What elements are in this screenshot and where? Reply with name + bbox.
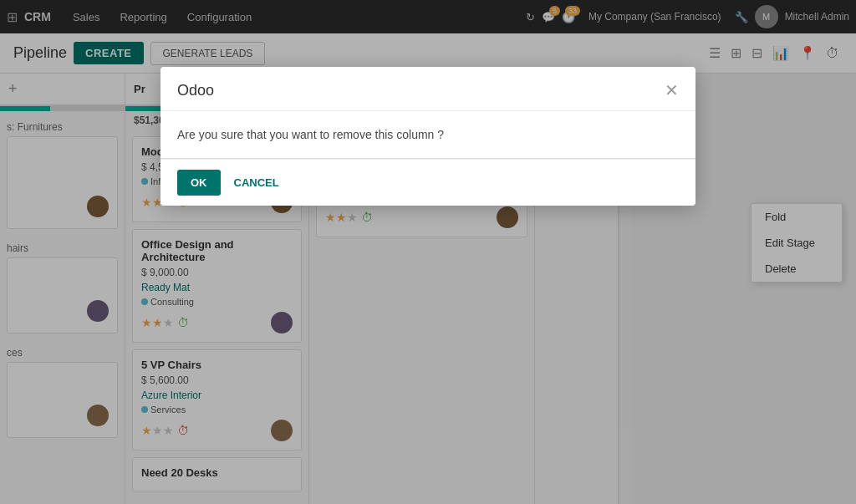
dialog-header: Odoo ✕ xyxy=(160,67,696,111)
dialog-message: Are you sure that you want to remove thi… xyxy=(177,128,679,141)
dialog-body: Are you sure that you want to remove thi… xyxy=(160,111,696,158)
dialog: Odoo ✕ Are you sure that you want to rem… xyxy=(160,67,696,206)
cancel-button[interactable]: CANCEL xyxy=(227,170,286,196)
ok-button[interactable]: OK xyxy=(177,170,221,196)
dialog-close-button[interactable]: ✕ xyxy=(665,80,679,100)
dialog-footer: OK CANCEL xyxy=(160,159,696,206)
dialog-title: Odoo xyxy=(177,82,214,99)
dialog-overlay: Odoo ✕ Are you sure that you want to rem… xyxy=(0,0,856,504)
